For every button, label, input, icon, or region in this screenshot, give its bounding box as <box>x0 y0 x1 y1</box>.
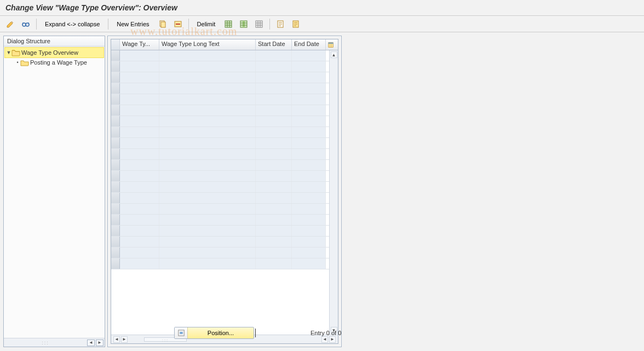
scroll-up-button[interactable]: ▲ <box>331 51 337 58</box>
open-folder-icon <box>12 49 20 56</box>
expand-collapse-button[interactable]: Expand <-> collapse <box>40 18 105 30</box>
page-title: Change View "Wage Type Overview": Overvi… <box>0 0 644 16</box>
svg-rect-14 <box>180 332 182 334</box>
copy-icon <box>158 20 167 28</box>
table-settings-icon <box>328 41 334 49</box>
table-block-icon <box>239 20 248 28</box>
table-row[interactable] <box>111 248 329 258</box>
grid-panel: Wage Ty... Wage Type Long Text Start Dat… <box>107 36 342 347</box>
grid-body: ▲ ▼ <box>111 50 338 335</box>
print-button[interactable] <box>289 18 303 30</box>
position-label: Position... <box>188 330 254 336</box>
delete-button[interactable] <box>171 18 185 30</box>
svg-rect-5 <box>225 21 232 27</box>
text-cursor <box>255 329 256 337</box>
table-row[interactable] <box>111 138 329 149</box>
table-row[interactable] <box>111 258 329 269</box>
table-row[interactable] <box>111 61 329 72</box>
table-row[interactable] <box>111 193 329 204</box>
table-clear-icon <box>255 20 263 28</box>
closed-folder-icon <box>20 59 29 66</box>
table-row[interactable] <box>111 83 329 94</box>
svg-rect-7 <box>243 21 245 27</box>
table-row[interactable] <box>111 237 329 248</box>
column-header-end-date[interactable]: End Date <box>292 39 326 50</box>
pencil-icon <box>6 20 15 28</box>
tree-node-wage-type-overview[interactable]: ▼ Wage Type Overview <box>5 48 104 57</box>
content-area: Dialog Structure ▼ Wage Type Overview • … <box>0 32 644 350</box>
table-row[interactable] <box>111 127 329 138</box>
table-grid-icon <box>224 20 233 28</box>
other-view-button[interactable] <box>19 18 33 30</box>
column-header-start-date[interactable]: Start Date <box>256 39 292 50</box>
form-print-icon <box>291 20 300 28</box>
bottom-bar: Position... Entry 0 of 0 <box>0 325 644 341</box>
glasses-icon <box>21 20 30 28</box>
entry-count-text: Entry 0 of 0 <box>311 330 341 336</box>
select-all-button[interactable] <box>221 18 235 30</box>
table-row[interactable] <box>111 50 329 61</box>
table-row[interactable] <box>111 182 329 193</box>
caret-down-icon: ▼ <box>6 50 12 55</box>
dialog-structure-header: Dialog Structure <box>4 36 105 47</box>
position-button[interactable]: Position... <box>174 327 254 339</box>
column-header-long-text[interactable]: Wage Type Long Text <box>159 39 256 50</box>
dialog-structure-tree: ▼ Wage Type Overview • Posting a Wage Ty… <box>4 47 105 338</box>
data-grid: Wage Ty... Wage Type Long Text Start Dat… <box>111 39 338 344</box>
delimit-button[interactable]: Delimit <box>192 18 221 30</box>
grid-header-row: Wage Ty... Wage Type Long Text Start Dat… <box>111 39 338 50</box>
table-row[interactable] <box>111 72 329 83</box>
table-row[interactable] <box>111 149 329 160</box>
table-row[interactable] <box>111 116 329 127</box>
position-icon <box>177 329 185 337</box>
configure-button[interactable] <box>273 18 288 30</box>
grid-vertical-scrollbar[interactable]: ▲ ▼ <box>329 50 338 335</box>
form-icon <box>276 20 285 28</box>
application-toolbar: Expand <-> collapse New Entries Delimit <box>0 16 644 32</box>
table-row[interactable] <box>111 171 329 182</box>
copy-as-button[interactable] <box>156 18 170 30</box>
table-row[interactable] <box>111 94 329 105</box>
column-config-button[interactable] <box>326 39 336 50</box>
table-row[interactable] <box>111 204 329 215</box>
table-row[interactable] <box>111 215 329 226</box>
grid-rows <box>111 50 329 335</box>
svg-rect-3 <box>161 22 165 27</box>
table-row[interactable] <box>111 226 329 237</box>
svg-rect-8 <box>256 21 262 27</box>
tree-node-posting-wage-type[interactable]: • Posting a Wage Type <box>5 57 104 67</box>
new-entries-button[interactable]: New Entries <box>112 18 154 30</box>
deselect-all-button[interactable] <box>252 18 266 30</box>
tree-node-label: Wage Type Overview <box>21 49 78 56</box>
table-row[interactable] <box>111 105 329 116</box>
dialog-structure-panel: Dialog Structure ▼ Wage Type Overview • … <box>3 36 105 347</box>
svg-rect-12 <box>329 42 334 43</box>
table-row[interactable] <box>111 160 329 171</box>
delete-row-icon <box>174 20 182 28</box>
toggle-change-button[interactable] <box>3 18 18 30</box>
grid-header-selector[interactable] <box>111 39 120 50</box>
bullet-icon: • <box>15 60 20 65</box>
tree-node-label: Posting a Wage Type <box>30 59 87 66</box>
select-block-button[interactable] <box>237 18 251 30</box>
column-header-wage-type[interactable]: Wage Ty... <box>120 39 159 50</box>
